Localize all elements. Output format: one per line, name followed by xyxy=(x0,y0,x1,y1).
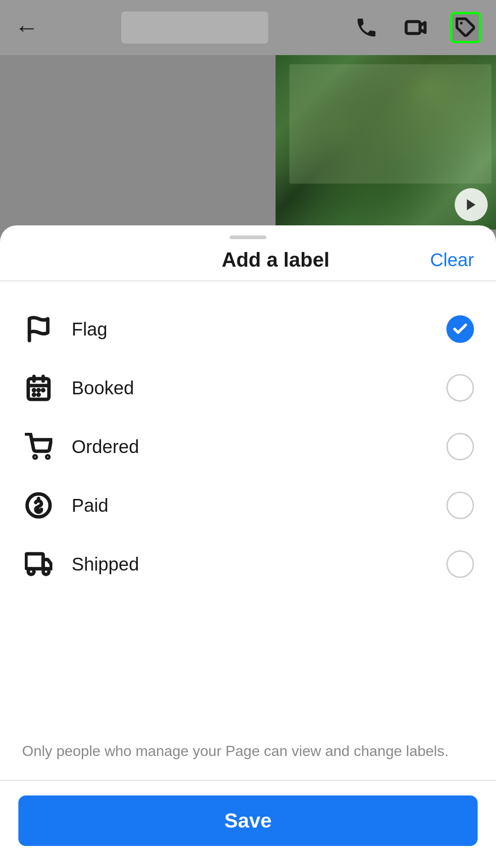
label-item-ordered[interactable]: Ordered xyxy=(0,417,496,476)
save-button[interactable]: Save xyxy=(18,795,478,846)
svg-point-13 xyxy=(34,456,36,458)
chat-area xyxy=(0,55,496,230)
svg-rect-16 xyxy=(26,554,44,569)
label-text-ordered: Ordered xyxy=(72,437,446,457)
dollar-icon xyxy=(22,489,55,522)
radio-ordered[interactable] xyxy=(446,433,474,460)
tag-icon[interactable] xyxy=(450,12,481,43)
contact-name-placeholder xyxy=(121,11,268,44)
label-list: Flag xyxy=(0,291,496,734)
svg-point-18 xyxy=(43,569,49,575)
phone-icon[interactable] xyxy=(351,12,382,43)
sheet-title: Add a label xyxy=(132,248,419,271)
label-item-paid[interactable]: Paid xyxy=(0,476,496,535)
truck-icon xyxy=(22,548,55,581)
top-icons xyxy=(351,12,481,43)
label-text-booked: Booked xyxy=(72,378,446,398)
clear-button[interactable]: Clear xyxy=(419,250,474,270)
flag-icon xyxy=(22,313,55,346)
bottom-sheet: Add a label Clear Flag xyxy=(0,225,496,868)
sheet-header: Add a label Clear xyxy=(0,244,496,280)
svg-marker-2 xyxy=(467,199,476,210)
svg-point-17 xyxy=(28,569,34,575)
video-icon[interactable] xyxy=(400,12,432,43)
label-item-shipped[interactable]: Shipped xyxy=(0,535,496,594)
radio-paid[interactable] xyxy=(446,492,474,519)
drag-handle xyxy=(0,225,496,244)
calendar-icon xyxy=(22,371,55,404)
label-text-flag: Flag xyxy=(72,319,446,340)
back-button[interactable]: ← xyxy=(15,14,39,41)
save-area: Save xyxy=(0,781,496,868)
svg-rect-0 xyxy=(406,22,420,34)
play-button[interactable] xyxy=(455,188,488,221)
header-divider xyxy=(0,280,496,281)
radio-shipped[interactable] xyxy=(446,550,474,578)
label-text-paid: Paid xyxy=(72,495,446,516)
privacy-note: Only people who manage your Page can vie… xyxy=(0,734,496,780)
label-item-flag[interactable]: Flag xyxy=(0,300,496,358)
radio-flag[interactable] xyxy=(446,315,474,343)
radio-booked[interactable] xyxy=(446,374,474,402)
cart-icon xyxy=(22,430,55,463)
chat-image xyxy=(276,55,496,230)
top-bar: ← xyxy=(0,0,496,55)
svg-point-14 xyxy=(47,456,49,458)
label-item-booked[interactable]: Booked xyxy=(0,358,496,417)
label-text-shipped: Shipped xyxy=(72,554,446,575)
drag-handle-bar xyxy=(230,235,266,239)
